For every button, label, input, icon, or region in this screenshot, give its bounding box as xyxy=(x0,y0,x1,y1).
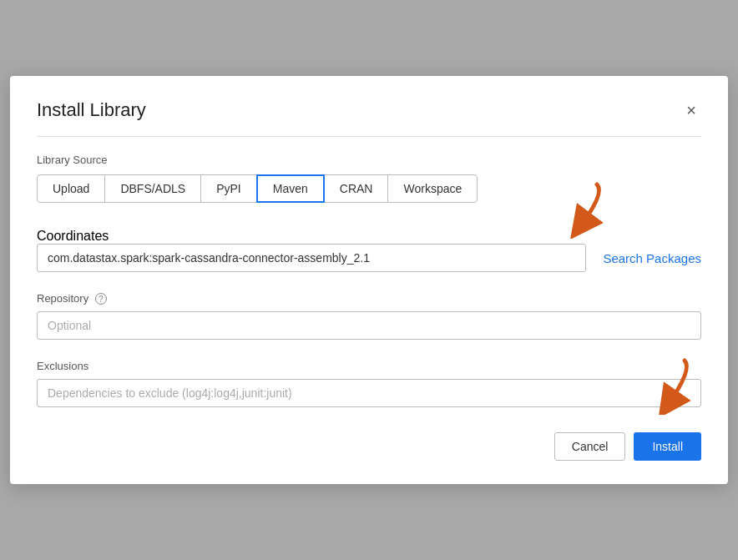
library-source-section: Library Source Upload DBFS/ADLS PyPI Mav… xyxy=(37,154,701,203)
exclusions-label: Exclusions xyxy=(37,360,701,372)
coordinates-group: Coordinates xyxy=(37,229,586,272)
search-packages-container: Search Packages xyxy=(603,226,701,272)
modal-overlay: Install Library × Library Source Upload … xyxy=(0,0,738,560)
exclusions-section: Exclusions xyxy=(37,360,701,407)
library-source-label: Library Source xyxy=(37,154,701,166)
exclusions-input[interactable] xyxy=(37,379,701,407)
repository-label: Repository ? xyxy=(37,292,701,305)
cancel-button[interactable]: Cancel xyxy=(554,432,626,461)
tab-upload[interactable]: Upload xyxy=(37,174,105,203)
tabs-row: Upload DBFS/ADLS PyPI Maven CRAN Workspa… xyxy=(37,174,701,203)
install-button[interactable]: Install xyxy=(634,432,701,461)
repository-input[interactable] xyxy=(37,311,701,340)
tab-maven[interactable]: Maven xyxy=(256,174,325,203)
search-packages-link[interactable]: Search Packages xyxy=(603,251,701,265)
coordinates-input[interactable] xyxy=(37,244,586,272)
repository-section: Repository ? xyxy=(37,292,701,341)
modal-header: Install Library × xyxy=(37,99,701,137)
modal-title: Install Library xyxy=(37,99,146,121)
tab-pypi[interactable]: PyPI xyxy=(200,174,257,203)
tab-dbfs[interactable]: DBFS/ADLS xyxy=(104,174,201,203)
coordinates-row: Coordinates Sear xyxy=(37,226,701,272)
modal-footer: Cancel Install xyxy=(37,432,701,461)
repository-help-icon[interactable]: ? xyxy=(95,293,107,305)
coordinates-label: Coordinates xyxy=(37,229,109,243)
close-button[interactable]: × xyxy=(681,100,701,120)
tab-workspace[interactable]: Workspace xyxy=(387,174,478,203)
tab-cran[interactable]: CRAN xyxy=(324,174,389,203)
install-library-modal: Install Library × Library Source Upload … xyxy=(10,76,728,485)
modal-body: Library Source Upload DBFS/ADLS PyPI Mav… xyxy=(37,154,701,408)
